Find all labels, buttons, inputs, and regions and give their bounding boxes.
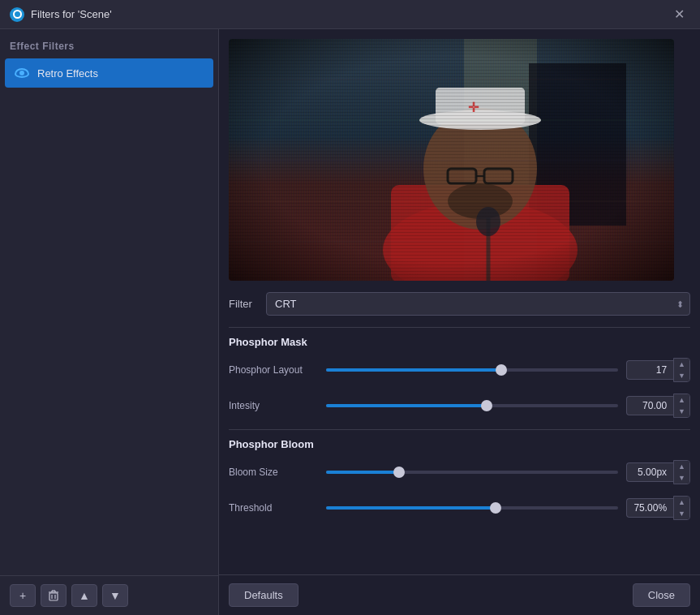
preview-canvas: ✛ (229, 39, 674, 281)
phosphor-layout-increment[interactable]: ▲ (674, 359, 689, 370)
move-down-button[interactable]: ▼ (102, 584, 128, 607)
filter-label: Filter (229, 298, 258, 310)
preview-container: ✛ (219, 29, 700, 281)
intensity-value[interactable]: 70.00 (626, 396, 673, 415)
phosphor-layout-decrement[interactable]: ▼ (674, 370, 689, 381)
defaults-button[interactable]: Defaults (229, 583, 298, 607)
bloom-size-row: Bloom Size 5.00px ▲ ▼ (229, 460, 690, 484)
phosphor-layout-spin: ▲ ▼ (673, 358, 690, 382)
intensity-thumb[interactable] (481, 400, 492, 411)
sidebar-spacer (0, 88, 218, 575)
sidebar-item-label: Retro Effects (37, 67, 98, 80)
threshold-row: Threshold 75.00% ▲ ▼ (229, 496, 690, 520)
person-svg: ✛ (229, 39, 674, 281)
bloom-size-slider[interactable] (326, 464, 618, 480)
intensity-slider[interactable] (326, 398, 618, 414)
threshold-value-wrap: 75.00% ▲ ▼ (626, 496, 690, 520)
threshold-fill (326, 506, 496, 510)
preview-image: ✛ (229, 39, 674, 281)
threshold-label: Threshold (229, 502, 318, 514)
phosphor-layout-thumb[interactable] (496, 364, 507, 376)
bottom-bar: Defaults Close (219, 574, 700, 615)
svg-text:✛: ✛ (468, 101, 479, 114)
threshold-increment[interactable]: ▲ (674, 497, 689, 508)
bloom-size-thumb[interactable] (393, 467, 405, 478)
intensity-spin: ▲ ▼ (673, 394, 690, 418)
content-area: ✛ (219, 29, 700, 615)
controls-area: Filter CRT VHS Film Grain Scanlines ⬍ Ph… (219, 281, 700, 574)
sidebar-actions: + ▲ ▼ (0, 575, 218, 615)
threshold-slider[interactable] (326, 500, 618, 516)
move-up-button[interactable]: ▲ (71, 584, 97, 607)
phosphor-mask-heading: Phosphor Mask (229, 327, 690, 358)
intensity-fill (326, 404, 487, 407)
main-layout: Effect Filters Retro Effects + (0, 29, 700, 615)
close-window-button[interactable]: ✕ (668, 3, 690, 26)
delete-filter-button[interactable] (41, 584, 67, 607)
add-filter-button[interactable]: + (10, 584, 36, 607)
close-button[interactable]: Close (633, 583, 690, 607)
threshold-thumb[interactable] (490, 502, 501, 514)
bloom-size-spin: ▲ ▼ (673, 460, 690, 484)
threshold-spin: ▲ ▼ (673, 496, 690, 520)
intensity-increment[interactable]: ▲ (674, 394, 689, 406)
phosphor-layout-fill (326, 368, 501, 372)
bloom-size-label: Bloom Size (229, 467, 318, 478)
filter-select[interactable]: CRT VHS Film Grain Scanlines (266, 292, 690, 316)
svg-rect-14 (436, 88, 525, 124)
sidebar: Effect Filters Retro Effects + (0, 29, 219, 615)
bloom-size-decrement[interactable]: ▼ (674, 472, 689, 484)
svg-point-21 (476, 207, 500, 236)
window-title: Filters for 'Scene' (31, 8, 668, 20)
bloom-size-fill (326, 471, 399, 474)
intensity-label: Intesity (229, 400, 318, 411)
sidebar-heading: Effect Filters (0, 29, 218, 58)
eye-icon (15, 66, 29, 80)
phosphor-layout-row: Phosphor Layout 17 ▲ ▼ (229, 358, 690, 382)
title-bar: Filters for 'Scene' ✕ (0, 0, 700, 29)
intensity-row: Intesity 70.00 ▲ ▼ (229, 394, 690, 418)
svg-rect-0 (49, 593, 58, 600)
bloom-size-value-wrap: 5.00px ▲ ▼ (626, 460, 690, 484)
phosphor-bloom-heading: Phosphor Bloom (229, 429, 690, 460)
sidebar-item-retro-effects[interactable]: Retro Effects (5, 58, 213, 88)
phosphor-layout-slider[interactable] (326, 362, 618, 378)
phosphor-layout-value-wrap: 17 ▲ ▼ (626, 358, 690, 382)
intensity-value-wrap: 70.00 ▲ ▼ (626, 394, 690, 418)
trash-icon (48, 590, 59, 601)
phosphor-layout-value[interactable]: 17 (626, 360, 673, 380)
phosphor-layout-label: Phosphor Layout (229, 364, 318, 376)
threshold-value[interactable]: 75.00% (626, 498, 673, 518)
bloom-size-value[interactable]: 5.00px (626, 462, 673, 482)
filter-row: Filter CRT VHS Film Grain Scanlines ⬍ (229, 281, 690, 324)
bloom-size-increment[interactable]: ▲ (674, 461, 689, 472)
intensity-decrement[interactable]: ▼ (674, 406, 689, 417)
filter-select-wrap: CRT VHS Film Grain Scanlines ⬍ (266, 292, 690, 316)
threshold-decrement[interactable]: ▼ (674, 508, 689, 519)
window-icon (10, 7, 24, 22)
